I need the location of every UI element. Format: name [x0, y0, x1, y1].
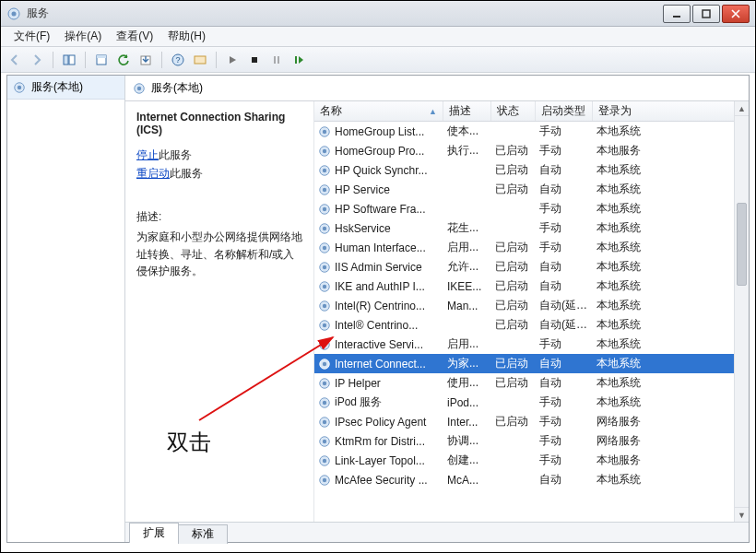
table-row[interactable]: HP Service已启动自动本地系统	[314, 180, 749, 199]
client-area: 服务(本地) 服务(本地) Internet Connection Sharin…	[6, 75, 750, 543]
table-row[interactable]: Link-Layer Topol...创建...手动本地服务	[314, 451, 749, 470]
refresh-button[interactable]	[113, 50, 134, 70]
cell-name: Internet Connect...	[335, 358, 426, 371]
svg-point-17	[18, 85, 21, 88]
table-row[interactable]: IP Helper使用...已启动自动本地系统	[314, 373, 749, 393]
col-logon[interactable]: 登录为	[593, 101, 749, 121]
cell-logon: 本地系统	[593, 182, 749, 197]
svg-point-47	[323, 381, 326, 384]
table-row[interactable]: IPsec Policy AgentInter...已启动手动网络服务	[314, 412, 749, 431]
window-frame: 服务 文件(F) 操作(A) 查看(V) 帮助(H) ?	[0, 0, 756, 553]
titlebar: 服务	[1, 1, 755, 27]
back-button[interactable]	[5, 50, 25, 70]
cell-name: Intel(R) Centrino...	[335, 300, 425, 312]
toolbar-separator	[85, 52, 86, 68]
table-row[interactable]: Interactive Servi...启用...手动本地系统	[314, 335, 749, 354]
msconfig-button[interactable]	[190, 50, 210, 70]
svg-rect-4	[64, 55, 68, 65]
nav-root-item[interactable]: 服务(本地)	[7, 76, 124, 100]
show-hide-tree-button[interactable]	[59, 50, 79, 70]
table-row[interactable]: Internet Connect...为家...已启动自动本地系统	[314, 354, 749, 373]
tab-standard[interactable]: 标准	[178, 524, 228, 544]
vertical-scrollbar[interactable]: ▲ ▼	[734, 101, 749, 522]
menubar: 文件(F) 操作(A) 查看(V) 帮助(H)	[1, 27, 755, 47]
cell-logon: 本地系统	[593, 240, 749, 255]
svg-point-37	[323, 284, 326, 288]
table-row[interactable]: HskService花生...手动本地系统	[314, 218, 749, 238]
col-startup[interactable]: 启动类型	[536, 101, 593, 121]
action-pane: Internet Connection Sharing (ICS) 停止此服务 …	[125, 101, 314, 522]
cell-state: 已启动	[491, 298, 536, 313]
cell-logon: 本地系统	[593, 298, 749, 313]
table-row[interactable]: Intel(R) Centrino...Man...已启动自动(延迟...本地系…	[314, 296, 749, 315]
menu-action[interactable]: 操作(A)	[57, 29, 109, 44]
svg-point-45	[323, 361, 326, 365]
table-row[interactable]: HP Quick Synchr...已启动自动本地系统	[314, 160, 749, 180]
cell-name: Interactive Servi...	[335, 338, 423, 351]
scroll-up-icon[interactable]: ▲	[735, 101, 749, 116]
maximize-button[interactable]	[692, 5, 720, 23]
table-row[interactable]: IKE and AuthIP I...IKEE...已启动自动本地系统	[314, 276, 749, 296]
table-row[interactable]: Human Interface...启用...已启动手动本地系统	[314, 238, 749, 257]
table-row[interactable]: IIS Admin Service允许...已启动自动本地系统	[314, 257, 749, 276]
menu-view[interactable]: 查看(V)	[109, 29, 160, 44]
table-row[interactable]: KtmRm for Distri...协调...手动网络服务	[314, 431, 749, 451]
bottom-tabs: 扩展 标准	[125, 522, 749, 542]
cell-startup: 手动	[536, 336, 593, 352]
minimize-button[interactable]	[663, 5, 691, 23]
restart-service-button[interactable]	[289, 50, 309, 70]
svg-point-1	[12, 11, 17, 16]
cell-logon: 网络服务	[593, 414, 749, 429]
cell-state: 已启动	[491, 162, 536, 178]
cell-logon: 本地系统	[593, 201, 749, 217]
gear-icon	[318, 474, 331, 487]
start-service-button[interactable]	[222, 50, 242, 70]
col-name[interactable]: 名称▲	[314, 101, 443, 121]
cell-name: IIS Admin Service	[335, 261, 422, 274]
description-text: 为家庭和小型办公网络提供网络地址转换、寻址、名称解析和/或入侵保护服务。	[136, 229, 302, 280]
cell-startup: 手动	[536, 143, 593, 159]
menu-file[interactable]: 文件(F)	[6, 29, 57, 44]
svg-point-23	[323, 148, 326, 152]
help-button[interactable]: ?	[168, 50, 188, 70]
cell-logon: 本地系统	[593, 375, 749, 391]
forward-button[interactable]	[27, 50, 47, 70]
properties-button[interactable]	[91, 50, 112, 70]
svg-rect-2	[673, 16, 680, 18]
table-row[interactable]: iPod 服务iPod...手动本地系统	[314, 393, 749, 412]
table-row[interactable]: HomeGroup Pro...执行...已启动手动本地服务	[314, 141, 749, 160]
col-state[interactable]: 状态	[491, 101, 536, 121]
cell-state: 已启动	[491, 182, 536, 197]
gear-icon	[318, 416, 331, 429]
cell-desc: 使本...	[443, 124, 491, 139]
export-button[interactable]	[136, 50, 156, 70]
stop-suffix: 此服务	[159, 148, 192, 161]
cell-desc: 启用...	[443, 336, 491, 352]
table-row[interactable]: McAfee Security ...McA...自动本地系统	[314, 470, 749, 489]
svg-point-49	[323, 400, 326, 404]
cell-state: 已启动	[491, 414, 536, 429]
stop-link[interactable]: 停止	[136, 148, 159, 161]
scroll-down-icon[interactable]: ▼	[735, 507, 749, 522]
close-button[interactable]	[722, 5, 750, 23]
scroll-thumb[interactable]	[737, 203, 747, 286]
restart-link[interactable]: 重启动	[136, 167, 170, 180]
table-row[interactable]: HP Software Fra...手动本地系统	[314, 199, 749, 218]
stop-service-button[interactable]	[244, 50, 265, 70]
cell-name: IPsec Policy Agent	[335, 416, 426, 429]
cell-name: IP Helper	[335, 377, 381, 390]
cell-desc: 允许...	[443, 259, 491, 275]
gear-icon	[318, 164, 331, 177]
svg-rect-13	[274, 56, 276, 64]
cell-logon: 本地系统	[593, 394, 749, 410]
details-pane: 服务(本地) Internet Connection Sharing (ICS)…	[125, 76, 749, 542]
restart-suffix: 此服务	[170, 167, 203, 180]
table-row[interactable]: HomeGroup List...使本...手动本地系统	[314, 122, 749, 141]
table-row[interactable]: Intel® Centrino...已启动自动(延迟...本地系统	[314, 315, 749, 335]
tab-extended[interactable]: 扩展	[129, 523, 179, 543]
menu-help[interactable]: 帮助(H)	[160, 29, 213, 44]
col-desc[interactable]: 描述	[443, 101, 491, 121]
pause-service-button[interactable]	[266, 50, 287, 70]
cell-startup: 自动	[536, 472, 593, 488]
gear-icon	[318, 125, 331, 138]
